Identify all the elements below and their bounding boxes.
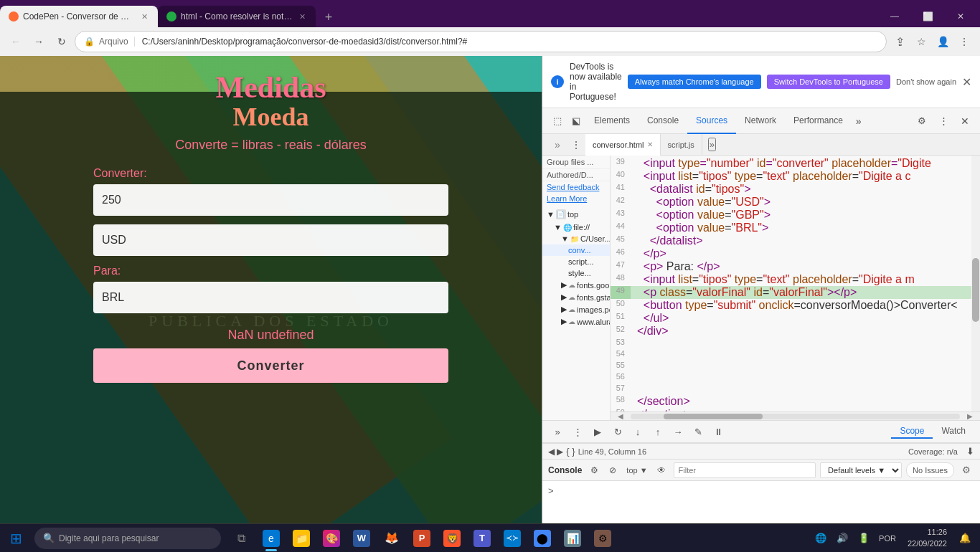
tree-script[interactable]: script... <box>542 256 610 267</box>
file-tab-conversor[interactable]: conversor.html ✕ <box>585 134 661 156</box>
expand-left-btn[interactable]: » <box>548 422 567 441</box>
notification-close[interactable]: ✕ <box>962 75 971 89</box>
amount-input[interactable] <box>93 184 448 216</box>
learn-more-link[interactable]: Learn More <box>542 193 610 204</box>
taskbar-firefox[interactable]: 🦊 <box>377 524 406 553</box>
horizontal-scrollbar[interactable]: ◀ ▶ <box>611 411 980 420</box>
scope-tab[interactable]: Scope <box>891 424 933 439</box>
console-eye-btn[interactable]: 👁 <box>654 462 669 478</box>
inspect-icon-btn[interactable]: ⬚ <box>548 112 567 130</box>
watch-tab[interactable]: Watch <box>933 424 974 439</box>
to-currency-input[interactable] <box>93 282 448 313</box>
tree-conv[interactable]: conv... <box>542 244 610 256</box>
vertical-scrollbar[interactable] <box>971 156 980 411</box>
network-icon[interactable]: 🌐 <box>811 529 830 548</box>
resume-btn[interactable]: ▶ <box>588 422 607 441</box>
step-over-btn[interactable]: ↻ <box>608 422 627 441</box>
notification-center-btn[interactable]: 🔔 <box>956 529 974 548</box>
more-tabs-btn[interactable]: » <box>852 115 866 127</box>
taskbar-vscode[interactable]: ≺≻ <box>498 524 527 553</box>
cast-button[interactable]: ⇪ <box>890 32 910 52</box>
profile-button[interactable]: 👤 <box>933 32 953 52</box>
taskbar-app13[interactable]: ⚙ <box>588 524 617 553</box>
tree-group-files[interactable]: Group files ... <box>542 156 610 169</box>
browser-tab-2[interactable]: html - Como resolver is not def... ✕ <box>158 6 316 27</box>
battery-icon[interactable]: 🔋 <box>854 529 873 548</box>
match-language-button[interactable]: Always match Chrome's language <box>628 75 761 89</box>
reload-button[interactable]: ↻ <box>52 32 72 52</box>
switch-language-button[interactable]: Switch DevTools to Portuguese <box>767 75 890 89</box>
tree-fonts2[interactable]: ▶ ☁ fonts.gsta... <box>542 291 610 303</box>
console-settings-btn[interactable]: ⚙ <box>586 462 602 478</box>
dont-show-button[interactable]: Don't show again <box>896 77 956 86</box>
taskbar-explorer[interactable]: 📁 <box>287 524 316 553</box>
file-tab-conversor-close[interactable]: ✕ <box>647 141 653 148</box>
tree-images[interactable]: ▶ ☁ images.pe... <box>542 303 610 315</box>
code-scroll-area[interactable]: 39 <input type="number" id="converter" p… <box>611 156 971 411</box>
browser-tab-1[interactable]: CodePen - Conversor de moed... ✕ <box>0 6 158 27</box>
console-block-btn[interactable]: ⊘ <box>605 462 621 478</box>
devtools-toggle[interactable]: ⋮ <box>954 32 974 52</box>
taskbar-app12[interactable]: 📊 <box>558 524 587 553</box>
expand-arrows-btn[interactable]: ◀ ▶ <box>548 447 563 457</box>
close-button[interactable]: ✕ <box>944 6 977 27</box>
new-tab-button[interactable]: + <box>319 7 339 27</box>
devtools-close-btn[interactable]: ✕ <box>956 112 974 130</box>
deactivate-btn[interactable]: ✎ <box>689 422 707 441</box>
forward-button[interactable]: → <box>29 32 49 52</box>
taskbar-edge[interactable]: e <box>257 524 286 553</box>
expand-down-btn[interactable]: ⬇ <box>966 446 974 457</box>
tree-style[interactable]: style... <box>542 267 610 279</box>
currency-input[interactable] <box>93 224 448 256</box>
back-button[interactable]: ← <box>6 32 26 52</box>
console-caret[interactable]: > <box>548 485 554 496</box>
tree-alura[interactable]: ▶ ☁ www.alura... <box>542 315 610 328</box>
tab-sources[interactable]: Sources <box>687 108 736 134</box>
console-levels-select[interactable]: Default levels ▼ <box>820 462 902 478</box>
expand-right-btn[interactable]: ⋮ <box>568 422 587 441</box>
code-line-49[interactable]: 49 <p class="valorFinal" id="valorFinal"… <box>611 286 971 299</box>
start-button[interactable]: ⊞ <box>0 524 32 553</box>
taskbar-search-bar[interactable]: 🔍 Digite aqui para pesquisar <box>34 528 221 549</box>
tab-performance[interactable]: Performance <box>785 108 852 134</box>
maximize-button[interactable]: ⬜ <box>911 6 944 27</box>
tree-top[interactable]: ▼ 📄 top <box>542 207 610 222</box>
tree-fonts1[interactable]: ▶ ☁ fonts.goo... <box>542 279 610 291</box>
taskbar-chrome[interactable]: ⬤ <box>528 524 557 553</box>
console-filter-input[interactable] <box>674 462 816 478</box>
tab-elements[interactable]: Elements <box>585 108 639 134</box>
taskbar-brave[interactable]: 🦁 <box>438 524 466 553</box>
taskbar-paint3d[interactable]: 🎨 <box>317 524 346 553</box>
step-out-btn[interactable]: ↑ <box>649 422 667 441</box>
settings-icon-btn[interactable]: ⚙ <box>913 112 931 130</box>
taskbar-clock[interactable]: 11:26 22/09/2022 <box>902 525 953 551</box>
tree-authored[interactable]: Authored/D... <box>542 169 610 181</box>
tab-close-1[interactable]: ✕ <box>140 11 149 23</box>
tab-close-2[interactable]: ✕ <box>298 11 307 23</box>
sources-dots-btn[interactable]: ⋮ <box>567 135 585 154</box>
send-feedback-link[interactable]: Send feedback <box>542 181 610 193</box>
vertical-dots-btn[interactable]: ⋮ <box>934 112 953 130</box>
taskbar-teams[interactable]: T <box>468 524 496 553</box>
volume-icon[interactable]: 🔊 <box>833 529 852 548</box>
device-toggle-btn[interactable]: ⬕ <box>567 112 585 130</box>
tab-console[interactable]: Console <box>639 108 687 134</box>
tab-network[interactable]: Network <box>736 108 785 134</box>
taskbar-task-view[interactable]: ⧉ <box>227 524 255 553</box>
sources-expand-btn[interactable]: » <box>548 135 567 154</box>
converter-button[interactable]: Converter <box>93 348 448 383</box>
console-gear-btn[interactable]: ⚙ <box>958 462 974 478</box>
file-tab-script[interactable]: script.js <box>661 134 702 156</box>
top-dropdown[interactable]: top ▼ <box>623 466 650 475</box>
address-bar[interactable]: 🔒 Arquivo C:/Users/aninh/Desktop/program… <box>75 31 887 52</box>
tree-file[interactable]: ▼ 🌐 file:// <box>542 222 610 233</box>
pause-exceptions-btn[interactable]: ⏸ <box>709 422 727 441</box>
taskbar-word[interactable]: W <box>347 524 376 553</box>
step-btn[interactable]: → <box>669 422 687 441</box>
taskbar-powerpoint[interactable]: P <box>407 524 436 553</box>
step-into-btn[interactable]: ↓ <box>628 422 647 441</box>
tree-cuser[interactable]: ▼ 📁 C/User... <box>542 233 610 244</box>
more-file-tabs-btn[interactable]: » <box>708 138 716 151</box>
minimize-button[interactable]: — <box>878 6 911 27</box>
bookmark-button[interactable]: ☆ <box>911 32 931 52</box>
